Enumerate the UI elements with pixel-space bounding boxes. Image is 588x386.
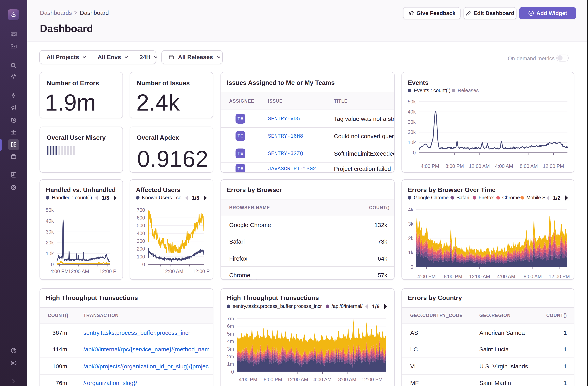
svg-text:30k: 30k — [408, 119, 416, 125]
svg-text:7m: 7m — [227, 316, 234, 321]
svg-text:300: 300 — [137, 238, 145, 244]
svg-text:1m: 1m — [227, 361, 234, 367]
svg-text:8:00 PM: 8:00 PM — [445, 163, 464, 169]
svg-text:4k: 4k — [408, 207, 414, 212]
svg-text:4:00 PM: 4:00 PM — [417, 274, 436, 279]
svg-text:40k: 40k — [408, 109, 416, 114]
svg-text:0: 0 — [413, 150, 416, 156]
svg-text:2k: 2k — [408, 235, 414, 241]
svg-text:12:00 P: 12:00 P — [193, 269, 210, 274]
svg-text:12:00 P: 12:00 P — [99, 269, 116, 274]
svg-text:500: 500 — [137, 223, 145, 228]
svg-text:700: 700 — [137, 207, 145, 213]
svg-text:10k: 10k — [408, 140, 416, 145]
svg-text:4:00 PM: 4:00 PM — [421, 163, 439, 169]
svg-text:4:00 AM: 4:00 AM — [313, 377, 332, 382]
svg-text:1k: 1k — [408, 250, 414, 255]
svg-text:0: 0 — [142, 262, 145, 267]
svg-text:5m: 5m — [227, 331, 234, 337]
svg-text:12:00 AM: 12:00 AM — [162, 269, 183, 274]
svg-text:40k: 40k — [46, 218, 54, 224]
svg-text:12:00 PM: 12:00 PM — [549, 274, 570, 279]
svg-text:2m: 2m — [227, 354, 234, 359]
svg-text:4:00 PM: 4:00 PM — [50, 269, 69, 274]
svg-text:12:00 PM: 12:00 PM — [362, 377, 383, 382]
svg-text:20k: 20k — [408, 129, 416, 135]
svg-text:12:00 AM: 12:00 AM — [469, 163, 490, 169]
svg-text:8:00 AM: 8:00 AM — [520, 163, 538, 169]
svg-text:50k: 50k — [46, 207, 54, 213]
svg-text:4m: 4m — [227, 339, 234, 344]
svg-text:4:00 AM: 4:00 AM — [497, 274, 515, 279]
svg-text:3k: 3k — [408, 221, 414, 227]
svg-text:12:00 AM: 12:00 AM — [68, 269, 89, 274]
svg-text:600: 600 — [137, 215, 145, 221]
svg-text:10k: 10k — [46, 251, 54, 256]
svg-text:12:00 PM: 12:00 PM — [543, 163, 564, 169]
svg-text:400: 400 — [137, 230, 145, 236]
svg-text:12:00 AM: 12:00 AM — [469, 274, 490, 279]
svg-text:20k: 20k — [46, 240, 54, 245]
svg-text:0: 0 — [51, 262, 54, 267]
svg-text:30k: 30k — [46, 229, 54, 234]
svg-text:6m: 6m — [227, 323, 234, 329]
svg-text:50k: 50k — [408, 99, 416, 104]
svg-text:4:00 PM: 4:00 PM — [239, 377, 257, 382]
svg-text:8:00 PM: 8:00 PM — [444, 274, 462, 279]
svg-text:3m: 3m — [227, 346, 234, 352]
svg-text:0: 0 — [231, 369, 234, 375]
svg-text:12:00 AM: 12:00 AM — [287, 377, 308, 382]
svg-text:8:00 AM: 8:00 AM — [524, 274, 542, 279]
svg-text:100: 100 — [137, 254, 145, 259]
svg-text:8:00 PM: 8:00 PM — [264, 377, 282, 382]
svg-text:4:00 AM: 4:00 AM — [495, 163, 513, 169]
svg-text:0: 0 — [411, 264, 413, 270]
svg-text:200: 200 — [137, 246, 145, 251]
svg-text:8:00 AM: 8:00 AM — [338, 377, 357, 382]
